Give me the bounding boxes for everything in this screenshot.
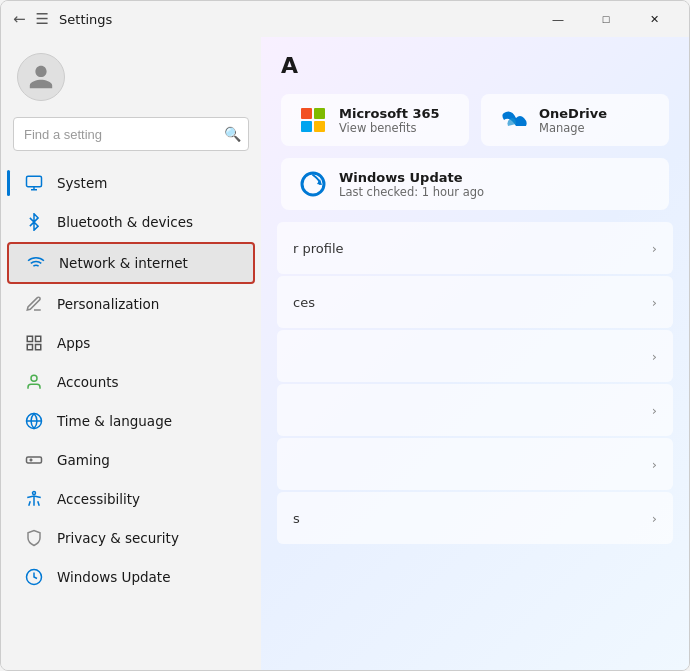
sidebar-item-gaming[interactable]: Gaming (7, 441, 255, 479)
sidebar-item-accounts-label: Accounts (57, 374, 119, 390)
onedrive-title: OneDrive (539, 106, 607, 121)
settings-item-4[interactable]: › (277, 384, 673, 436)
onedrive-card[interactable]: OneDrive Manage (481, 94, 669, 146)
sidebar-item-privacy-label: Privacy & security (57, 530, 179, 546)
privacy-icon (23, 527, 45, 549)
svg-rect-2 (36, 336, 41, 341)
settings-item-5[interactable]: › (277, 438, 673, 490)
sidebar-item-bluetooth-label: Bluetooth & devices (57, 214, 193, 230)
svg-point-12 (33, 492, 36, 495)
settings-item-2-label: ces (293, 295, 315, 310)
accounts-icon (23, 371, 45, 393)
ms365-text: Microsoft 365 View benefits (339, 106, 440, 135)
ms365-subtitle: View benefits (339, 121, 440, 135)
sidebar-item-network-label: Network & internet (59, 255, 188, 271)
quick-cards: Microsoft 365 View benefits OneDrive Man… (261, 86, 689, 222)
settings-item-6[interactable]: s › (277, 492, 673, 544)
winupdate-text: Windows Update Last checked: 1 hour ago (339, 170, 484, 199)
svg-rect-11 (27, 457, 42, 463)
system-icon (23, 172, 45, 194)
onedrive-text: OneDrive Manage (539, 106, 607, 135)
svg-rect-3 (27, 345, 32, 350)
sidebar-item-apps-label: Apps (57, 335, 90, 351)
settings-window: ← ☰ Settings — □ ✕ 🔍 SystemBluetooth & d… (0, 0, 690, 671)
close-button[interactable]: ✕ (631, 4, 677, 34)
sidebar-item-personalization-label: Personalization (57, 296, 159, 312)
minimize-button[interactable]: — (535, 4, 581, 34)
settings-item-1-label: r profile (293, 241, 344, 256)
maximize-button[interactable]: □ (583, 4, 629, 34)
settings-item-2[interactable]: ces › (277, 276, 673, 328)
settings-item-1[interactable]: r profile › (277, 222, 673, 274)
user-icon (27, 63, 55, 91)
sidebar-item-time-language-label: Time & language (57, 413, 172, 429)
network-icon (25, 252, 47, 274)
sidebar-item-bluetooth[interactable]: Bluetooth & devices (7, 203, 255, 241)
sidebar-item-network[interactable]: Network & internet (7, 242, 255, 284)
svg-rect-4 (36, 345, 41, 350)
personalization-icon (23, 293, 45, 315)
hamburger-menu[interactable]: ☰ (36, 10, 49, 28)
title-bar-left: ← ☰ Settings (13, 10, 535, 28)
chevron-icon-3: › (652, 349, 657, 364)
window-title: Settings (59, 12, 112, 27)
panel-header: A (261, 37, 689, 86)
svg-point-5 (31, 375, 37, 381)
search-input[interactable] (13, 117, 249, 151)
sidebar-item-privacy[interactable]: Privacy & security (7, 519, 255, 557)
sidebar-item-accessibility[interactable]: Accessibility (7, 480, 255, 518)
time-language-icon (23, 410, 45, 432)
sidebar-item-personalization[interactable]: Personalization (7, 285, 255, 323)
sidebar-item-system-label: System (57, 175, 107, 191)
right-panel: A Microsoft 365 View bene (261, 37, 689, 670)
sidebar-item-accounts[interactable]: Accounts (7, 363, 255, 401)
sidebar-item-gaming-label: Gaming (57, 452, 110, 468)
nav-container: SystemBluetooth & devicesNetwork & inter… (1, 163, 261, 597)
ms365-title: Microsoft 365 (339, 106, 440, 121)
sidebar-item-system[interactable]: System (7, 164, 255, 202)
gaming-icon (23, 449, 45, 471)
window-controls: — □ ✕ (535, 4, 677, 34)
settings-item-3[interactable]: › (277, 330, 673, 382)
main-content: 🔍 SystemBluetooth & devicesNetwork & int… (1, 37, 689, 670)
sidebar-item-apps[interactable]: Apps (7, 324, 255, 362)
chevron-icon-6: › (652, 511, 657, 526)
bluetooth-icon (23, 211, 45, 233)
sidebar-item-time-language[interactable]: Time & language (7, 402, 255, 440)
chevron-icon-5: › (652, 457, 657, 472)
winupdate-icon (297, 168, 329, 200)
svg-rect-0 (27, 176, 42, 187)
sidebar-item-accessibility-label: Accessibility (57, 491, 140, 507)
chevron-icon-2: › (652, 295, 657, 310)
ms365-card[interactable]: Microsoft 365 View benefits (281, 94, 469, 146)
winupdate-subtitle: Last checked: 1 hour ago (339, 185, 484, 199)
ms365-icon (297, 104, 329, 136)
winupdate-card[interactable]: Windows Update Last checked: 1 hour ago (281, 158, 669, 210)
accessibility-icon (23, 488, 45, 510)
chevron-icon-1: › (652, 241, 657, 256)
user-avatar[interactable] (17, 53, 65, 101)
title-bar: ← ☰ Settings — □ ✕ (1, 1, 689, 37)
onedrive-icon (497, 104, 529, 136)
panel-heading: A (281, 53, 298, 78)
sidebar-item-windows-update-label: Windows Update (57, 569, 170, 585)
settings-list: r profile › ces › › › › (261, 222, 689, 544)
apps-icon (23, 332, 45, 354)
back-button[interactable]: ← (13, 10, 26, 28)
onedrive-subtitle: Manage (539, 121, 607, 135)
winupdate-title: Windows Update (339, 170, 484, 185)
svg-rect-1 (27, 336, 32, 341)
windows-update-icon (23, 566, 45, 588)
sidebar: 🔍 SystemBluetooth & devicesNetwork & int… (1, 37, 261, 670)
search-box: 🔍 (13, 117, 249, 151)
chevron-icon-4: › (652, 403, 657, 418)
sidebar-item-windows-update[interactable]: Windows Update (7, 558, 255, 596)
settings-item-6-label: s (293, 511, 300, 526)
